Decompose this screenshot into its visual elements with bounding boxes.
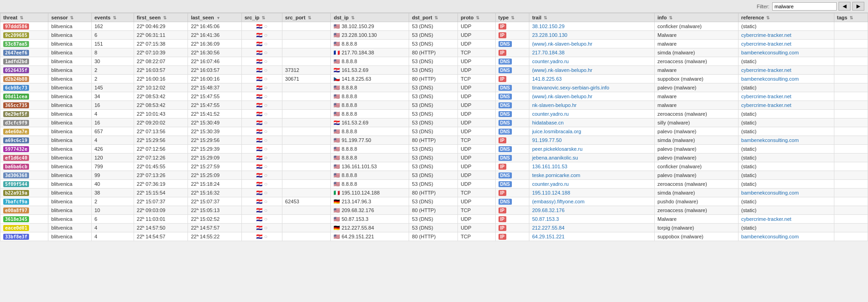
dst-ip-cell[interactable]: 🇩🇪 212.227.55.84 bbox=[331, 224, 409, 232]
chat-icon[interactable]: ○ bbox=[263, 207, 268, 213]
chat-icon[interactable]: ○ bbox=[263, 119, 268, 126]
dst-ip-cell[interactable]: 🇺🇸 38.102.150.29 bbox=[331, 22, 409, 31]
col-src-ip[interactable]: src_ip ⇅ bbox=[241, 13, 282, 22]
threat-badge[interactable]: a4e60a7e bbox=[3, 129, 29, 135]
col-first-seen[interactable]: first_seen ⇅ bbox=[134, 13, 188, 22]
threat-badge[interactable]: e00a8f97 bbox=[3, 207, 29, 213]
dst-ip-cell[interactable]: 🇨🇿 141.8.225.63 bbox=[331, 75, 409, 83]
dst-ip-cell[interactable]: 🇮🇹 195.110.124.188 bbox=[331, 189, 409, 197]
chat-icon[interactable]: ○ bbox=[263, 23, 268, 30]
prev-button[interactable]: ◀ bbox=[839, 2, 850, 11]
reference-cell[interactable]: (static) bbox=[738, 83, 834, 92]
threat-badge[interactable]: 0526435f bbox=[3, 67, 29, 73]
chat-icon[interactable]: ○ bbox=[263, 146, 268, 152]
table-row[interactable]: 2647eef6blitvenica822ʰ 07:10:3922ʰ 16:30… bbox=[0, 48, 868, 57]
dst-ip-cell[interactable]: 🇺🇸 8.8.8.8 bbox=[331, 154, 409, 162]
dst-ip-cell[interactable]: 🇺🇸 8.8.8.8 bbox=[331, 180, 409, 189]
threat-badge[interactable]: 5f09f544 bbox=[3, 181, 29, 187]
dst-ip-cell[interactable]: 🇺🇸 64.29.151.221 bbox=[331, 232, 409, 241]
dst-ip-cell[interactable]: 🇺🇸 209.68.32.176 bbox=[331, 206, 409, 215]
table-row[interactable]: 0526435fblitvenica222ʰ 16:03:5722ʰ 16:03… bbox=[0, 66, 868, 75]
table-row[interactable]: ba6ba6cbblitvenica79922ʰ 01:45:5522ʰ 15:… bbox=[0, 162, 868, 171]
dst-ip-cell[interactable]: 🇫🇷 217.70.184.38 bbox=[331, 48, 409, 57]
col-proto[interactable]: proto ⇅ bbox=[457, 13, 495, 22]
reference-cell[interactable]: cybercrime-tracker.net bbox=[738, 215, 834, 224]
dst-ip-cell[interactable]: 🇺🇸 8.8.8.8 bbox=[331, 110, 409, 118]
dst-ip-cell[interactable]: 🇺🇸 8.8.8.8 bbox=[331, 83, 409, 92]
dst-ip-cell[interactable]: 🇺🇸 50.87.153.3 bbox=[331, 215, 409, 224]
threat-badge[interactable]: 3618e345 bbox=[3, 216, 29, 222]
threat-cell[interactable]: 365cc735 bbox=[0, 101, 48, 110]
threat-cell[interactable]: eace0d01 bbox=[0, 224, 48, 232]
table-row[interactable]: 7bafcf9ablitvenica222ʰ 15:07:3722ʰ 15:07… bbox=[0, 197, 868, 206]
chat-icon[interactable]: ○ bbox=[263, 163, 268, 170]
table-row[interactable]: eace0d01blitvenica422ʰ 14:57:5022ʰ 14:57… bbox=[0, 224, 868, 232]
chat-icon[interactable]: ○ bbox=[263, 76, 268, 82]
table-row[interactable]: 97ddd586blitvenica16222ʰ 00:46:2922ʰ 16:… bbox=[0, 22, 868, 31]
trail-cell[interactable]: 217.70.184.38 bbox=[529, 48, 654, 57]
table-row[interactable]: 5f09f544blitvenica4022ʰ 07:36:1922ʰ 15:1… bbox=[0, 180, 868, 189]
threat-badge[interactable]: d2b24b80 bbox=[3, 76, 29, 82]
reference-cell[interactable]: cybercrime-tracker.net bbox=[738, 101, 834, 110]
col-dst-port[interactable]: dst_port ⇅ bbox=[409, 13, 458, 22]
chat-icon[interactable]: ○ bbox=[263, 32, 268, 38]
chat-icon[interactable]: ○ bbox=[263, 198, 268, 205]
reference-cell[interactable]: (static) bbox=[738, 197, 834, 206]
threat-cell[interactable]: 0526435f bbox=[0, 66, 48, 75]
threat-badge[interactable]: ba6ba6cb bbox=[3, 164, 29, 170]
threat-cell[interactable]: a69c6c19 bbox=[0, 136, 48, 145]
reference-cell[interactable]: bambenekconsulting.com bbox=[738, 48, 834, 57]
threat-badge[interactable]: 97ddd586 bbox=[3, 24, 29, 30]
trail-cell[interactable]: 38.102.150.29 bbox=[529, 22, 654, 31]
next-button[interactable]: ▶ bbox=[852, 2, 864, 11]
table-row[interactable]: 3d306368blitvenica9923ʰ 07:13:2622ʰ 15:2… bbox=[0, 171, 868, 180]
chat-icon[interactable]: ○ bbox=[263, 58, 268, 65]
table-row[interactable]: 08d11ceablitvenica3422ʰ 08:53:4222ʰ 15:4… bbox=[0, 92, 868, 101]
trail-cell[interactable]: (www).nk-slaven-belupo.hr bbox=[529, 92, 654, 101]
threat-cell[interactable]: ef1d6c40 bbox=[0, 154, 48, 162]
threat-badge[interactable]: 3d306368 bbox=[3, 172, 29, 178]
reference-cell[interactable]: (static) bbox=[738, 118, 834, 127]
threat-badge[interactable]: eace0d01 bbox=[3, 225, 29, 231]
threat-cell[interactable]: 3d306368 bbox=[0, 171, 48, 180]
table-row[interactable]: 6cb98c73blitvenica14522ʰ 10:12:0222ʰ 15:… bbox=[0, 83, 868, 92]
chat-icon[interactable]: ○ bbox=[263, 233, 268, 240]
chat-icon[interactable]: ○ bbox=[263, 154, 268, 161]
threat-badge[interactable]: 08d11cea bbox=[3, 94, 29, 100]
threat-badge[interactable]: 9c209685 bbox=[3, 32, 29, 38]
col-type[interactable]: type ⇅ bbox=[495, 13, 529, 22]
threat-badge[interactable]: b22a919a bbox=[3, 190, 29, 196]
reference-cell[interactable]: cybercrime-tracker.net bbox=[738, 66, 834, 75]
threat-cell[interactable]: 5f09f544 bbox=[0, 180, 48, 189]
threat-cell[interactable]: d3cfc9f9 bbox=[0, 118, 48, 127]
trail-cell[interactable]: juice.losmibracala.org bbox=[529, 127, 654, 136]
trail-cell[interactable]: (www).nk-slaven-belupo.hr bbox=[529, 40, 654, 48]
dst-ip-cell[interactable]: 🇺🇸 8.8.8.8 bbox=[331, 127, 409, 136]
reference-cell[interactable]: (static) bbox=[738, 224, 834, 232]
reference-cell[interactable]: bambenekconsulting.com bbox=[738, 232, 834, 241]
trail-cell[interactable]: jebena.ananikolic.su bbox=[529, 154, 654, 162]
trail-cell[interactable]: peer.pickeklosarske.ru bbox=[529, 145, 654, 154]
trail-cell[interactable]: nk-slaven-belupo.hr bbox=[529, 101, 654, 110]
chat-icon[interactable]: ○ bbox=[263, 225, 268, 231]
col-threat[interactable]: threat ⇅ bbox=[0, 13, 48, 22]
threat-cell[interactable]: e00a8f97 bbox=[0, 206, 48, 215]
threat-cell[interactable]: 33bf8e3f bbox=[0, 232, 48, 241]
chat-icon[interactable]: ○ bbox=[263, 189, 268, 196]
trail-cell[interactable]: 209.68.32.176 bbox=[529, 206, 654, 215]
table-row[interactable]: 3618e345blitvenica622ʰ 11:03:0122ʰ 15:02… bbox=[0, 215, 868, 224]
threat-cell[interactable]: 1adfd2bd bbox=[0, 57, 48, 66]
table-row[interactable]: 53c87aa5blitvenica15122ʰ 07:15:3822ʰ 16:… bbox=[0, 40, 868, 48]
reference-cell[interactable]: (static) bbox=[738, 110, 834, 118]
chat-icon[interactable]: ○ bbox=[263, 67, 268, 73]
threat-badge[interactable]: 1adfd2bd bbox=[3, 59, 29, 65]
trail-cell[interactable]: counter.yadro.ru bbox=[529, 180, 654, 189]
table-row[interactable]: 365cc735blitvenica1622ʰ 08:53:4222ʰ 15:4… bbox=[0, 101, 868, 110]
trail-cell[interactable]: counter.yadro.ru bbox=[529, 57, 654, 66]
col-last-seen[interactable]: last_seen ▼ bbox=[188, 13, 241, 22]
table-row[interactable]: a4e60a7eblitvenica65722ʰ 07:13:5622ʰ 15:… bbox=[0, 127, 868, 136]
reference-cell[interactable]: (static) bbox=[738, 154, 834, 162]
table-row[interactable]: 5977432eblitvenica42622ʰ 07:12:5622ʰ 15:… bbox=[0, 145, 868, 154]
threat-badge[interactable]: d3cfc9f9 bbox=[3, 120, 29, 126]
chat-icon[interactable]: ○ bbox=[263, 84, 268, 91]
